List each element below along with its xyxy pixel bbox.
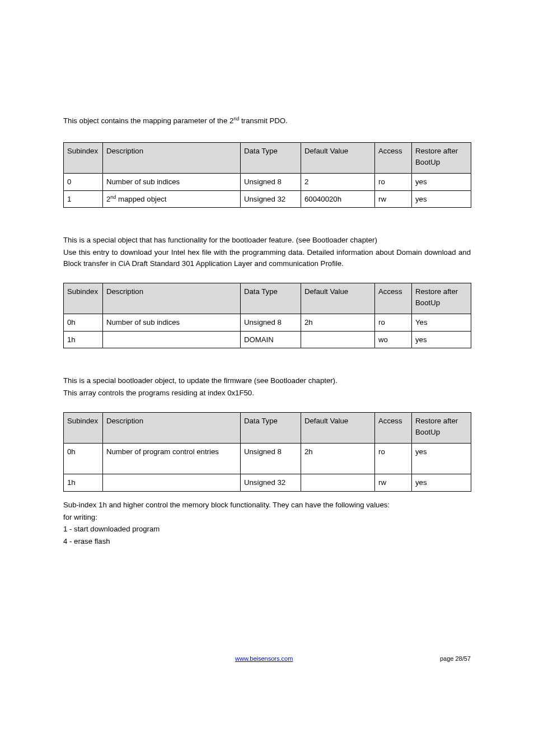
th-subindex: Subindex	[64, 412, 103, 443]
table-3: Subindex Description Data Type Default V…	[63, 412, 471, 492]
cell-rest: yes	[412, 474, 471, 491]
cell-dtype: Unsigned 32	[241, 190, 301, 208]
th-datatype: Data Type	[241, 412, 301, 443]
table-header-row: Subindex Description Data Type Default V…	[64, 142, 471, 173]
cell-rest: Yes	[412, 314, 471, 331]
cell-def: 60040020h	[301, 190, 375, 208]
para2-line1: This is a special object that has functi…	[63, 235, 471, 246]
cell-desc: Number of sub indices	[103, 314, 241, 331]
cell-rest: yes	[412, 190, 471, 208]
table-row: 1 2nd mapped object Unsigned 32 60040020…	[64, 190, 471, 208]
cell-def: 2h	[301, 443, 375, 474]
cell-sub: 1	[64, 190, 103, 208]
cell-acc: rw	[375, 190, 412, 208]
intro1-text-a: This object contains the mapping paramet…	[63, 116, 233, 125]
intro-paragraph-1: This object contains the mapping paramet…	[63, 115, 471, 127]
cell-desc-b: mapped object	[116, 195, 166, 203]
cell-rest: yes	[412, 331, 471, 348]
post-line2: for writing:	[63, 512, 471, 523]
table-row: 1h DOMAIN wo yes	[64, 331, 471, 348]
table-2: Subindex Description Data Type Default V…	[63, 283, 471, 349]
cell-acc: ro	[375, 443, 412, 474]
th-description: Description	[103, 412, 241, 443]
cell-acc: ro	[375, 173, 412, 190]
th-restore: Restore after BootUp	[412, 142, 471, 173]
cell-sub: 0h	[64, 443, 103, 474]
cell-dtype: DOMAIN	[241, 331, 301, 348]
cell-def: 2	[301, 173, 375, 190]
cell-desc: Number of program control entries	[103, 443, 241, 474]
th-access: Access	[375, 412, 412, 443]
cell-rest: yes	[412, 443, 471, 474]
intro1-text-b: transmit PDO.	[239, 116, 287, 125]
cell-sub: 1h	[64, 331, 103, 348]
cell-acc: rw	[375, 474, 412, 491]
th-datatype: Data Type	[241, 283, 301, 314]
para3-line1: This is a special bootloader object, to …	[63, 375, 471, 386]
th-subindex: Subindex	[64, 142, 103, 173]
table-header-row: Subindex Description Data Type Default V…	[64, 412, 471, 443]
cell-sub: 1h	[64, 474, 103, 491]
cell-dtype: Unsigned 8	[241, 173, 301, 190]
para3-line2: This array controls the programs residin…	[63, 388, 471, 399]
footer-link[interactable]: www.beisensors.com	[235, 654, 293, 664]
table-1: Subindex Description Data Type Default V…	[63, 142, 471, 208]
cell-acc: ro	[375, 314, 412, 331]
cell-dtype: Unsigned 32	[241, 474, 301, 491]
cell-dtype: Unsigned 8	[241, 314, 301, 331]
table-row: 0h Number of sub indices Unsigned 8 2h r…	[64, 314, 471, 331]
th-default: Default Value	[301, 142, 375, 173]
post-line4: 4 - erase flash	[63, 536, 471, 547]
para2-line2: Use this entry to download your Intel he…	[63, 247, 471, 269]
table-row: 1h Unsigned 32 rw yes	[64, 474, 471, 491]
th-default: Default Value	[301, 412, 375, 443]
cell-desc: Number of sub indices	[103, 173, 241, 190]
th-datatype: Data Type	[241, 142, 301, 173]
th-default: Default Value	[301, 283, 375, 314]
cell-sub: 0	[64, 173, 103, 190]
cell-desc-sup: nd	[110, 194, 116, 199]
th-description: Description	[103, 142, 241, 173]
footer-page-number: page 28/57	[440, 654, 471, 664]
cell-desc: 2nd mapped object	[103, 190, 241, 208]
th-restore: Restore after BootUp	[412, 412, 471, 443]
cell-desc	[103, 331, 241, 348]
post-line1: Sub-index 1h and higher control the memo…	[63, 500, 471, 511]
intro1-sup: nd	[233, 116, 239, 122]
th-access: Access	[375, 283, 412, 314]
th-access: Access	[375, 142, 412, 173]
cell-def: 2h	[301, 314, 375, 331]
th-description: Description	[103, 283, 241, 314]
table-row: 0h Number of program control entries Uns…	[64, 443, 471, 474]
table-row: 0 Number of sub indices Unsigned 8 2 ro …	[64, 173, 471, 190]
cell-rest: yes	[412, 173, 471, 190]
th-restore: Restore after BootUp	[412, 283, 471, 314]
th-subindex: Subindex	[64, 283, 103, 314]
table-header-row: Subindex Description Data Type Default V…	[64, 283, 471, 314]
cell-dtype: Unsigned 8	[241, 443, 301, 474]
cell-acc: wo	[375, 331, 412, 348]
cell-def	[301, 474, 375, 491]
cell-def	[301, 331, 375, 348]
cell-desc	[103, 474, 241, 491]
post-line3: 1 - start downloaded program	[63, 524, 471, 535]
cell-sub: 0h	[64, 314, 103, 331]
